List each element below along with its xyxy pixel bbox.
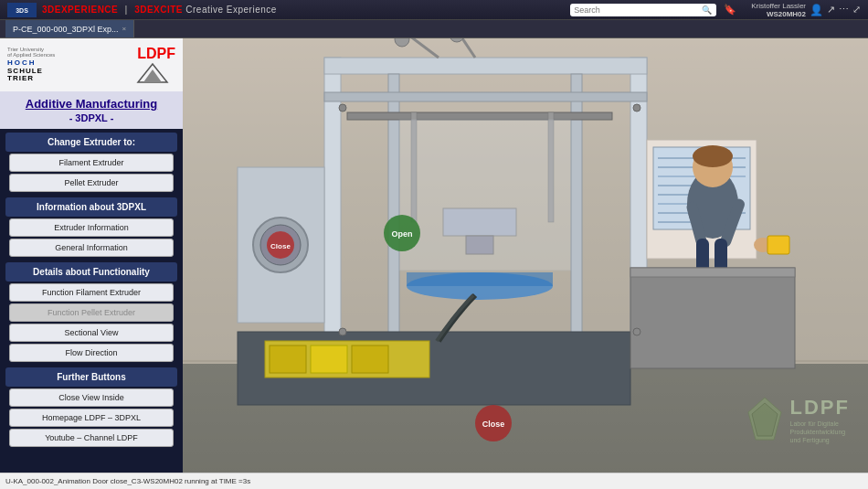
more-icon[interactable]: ⋯ [839,4,849,16]
ldpf-watermark: LDPF Labor für Digitale Produktentwicklu… [746,396,850,445]
svg-rect-52 [767,236,789,254]
page-subtitle: - 3DPXL - [7,112,175,123]
status-text: U-KA_000-002_Animation Door close_C3-WS2… [5,477,250,485]
search-input[interactable] [574,5,702,15]
general-information-button[interactable]: General Information [9,239,174,257]
scene-area: Close [183,38,868,473]
svg-text:Close: Close [482,420,505,429]
ldpf-shape-icon [136,62,169,84]
app-logo: 3DS [7,3,37,17]
extruder-information-button[interactable]: Extruder Information [9,218,174,237]
search-area: 🔍 🔖 [570,4,736,16]
bookmark-icon[interactable]: 🔖 [724,4,736,16]
sectional-view-button[interactable]: Sectional View [9,324,174,342]
section-information: Information about 3DPXL Extruder Informa… [0,194,183,259]
section-change-extruder: Change Extruder to: Filament Extruder Pe… [0,129,183,194]
section-header-extruder: Change Extruder to: [5,133,177,152]
section-further-buttons: Further Buttons Close View Inside Homepa… [0,364,183,449]
svg-point-65 [633,104,640,112]
section-header-functionality: Details about Functionality [5,262,177,282]
svg-rect-53 [630,268,795,368]
ldpf-subtitle: Labor für Digitale Produktentwicklung un… [790,420,850,444]
ldpf-logo: LDPF [130,46,175,84]
svg-rect-39 [270,345,306,373]
tab-bar: P-CE_000-000_3DPXl Exp... × [0,20,868,38]
user-info: Kristoffer Lassler WS20MH02 [751,2,806,18]
svg-point-63 [339,104,346,112]
share-icon[interactable]: ↗ [827,4,835,16]
section-header-info: Information about 3DPXL [5,197,177,217]
close-view-inside-button[interactable]: Close View Inside [9,388,174,407]
svg-rect-16 [347,112,612,120]
svg-point-66 [633,328,640,335]
top-bar: 3DS 3DEXPERIENCE | 3DEXCITE Creative Exp… [0,0,868,20]
active-tab[interactable]: P-CE_000-000_3DPXl Exp... × [5,20,134,37]
homepage-ldpf-button[interactable]: Homepage LDPF – 3DPXL [9,409,174,427]
university-logo: Trier Universityof Applied Sciences H O … [7,47,55,83]
svg-text:Open: Open [391,229,412,239]
main-content: Trier Universityof Applied Sciences H O … [0,38,868,473]
search-icon: 🔍 [702,5,712,15]
brand-label: 3DEXPERIENCE | 3DEXCITE Creative Experie… [42,5,277,15]
svg-rect-54 [630,268,795,277]
svg-text:Close: Close [270,242,291,250]
svg-rect-21 [399,120,571,271]
left-panel: Trier Universityof Applied Sciences H O … [0,38,183,473]
logo-area: Trier Universityof Applied Sciences H O … [0,38,183,91]
svg-rect-15 [407,272,553,286]
function-pellet-extruder-button: Function Pellet Extruder [9,303,174,322]
svg-rect-7 [324,58,341,359]
status-bar: U-KA_000-002_Animation Door close_C3-WS2… [0,473,868,489]
tab-close-button[interactable]: × [122,25,127,33]
ldpf-diamond-icon [746,396,783,445]
svg-rect-40 [311,345,347,373]
section-functionality: Details about Functionality Function Fil… [0,259,183,364]
search-box[interactable]: 🔍 [570,4,716,16]
user-avatar-icon[interactable]: 👤 [810,4,823,16]
pellet-extruder-button[interactable]: Pellet Extruder [9,174,174,192]
svg-point-44 [693,145,733,167]
maximize-icon[interactable]: ⤢ [852,4,861,16]
svg-rect-13 [324,92,647,101]
svg-point-64 [339,328,346,335]
section-header-further: Further Buttons [5,367,177,387]
svg-rect-9 [324,58,647,74]
function-filament-extruder-button[interactable]: Function Filament Extruder [9,283,174,302]
youtube-channel-button[interactable]: Youtube – Channel LDPF [9,429,174,447]
top-bar-icons: Kristoffer Lassler WS20MH02 👤 ↗ ⋯ ⤢ [744,2,861,18]
flow-direction-button[interactable]: Flow Direction [9,344,174,362]
filament-extruder-button[interactable]: Filament Extruder [9,154,174,172]
page-title: Additive Manufacturing [7,97,175,112]
svg-rect-41 [352,345,388,373]
title-area: Additive Manufacturing - 3DPXL - [0,91,183,129]
svg-text:3DS: 3DS [16,7,28,14]
